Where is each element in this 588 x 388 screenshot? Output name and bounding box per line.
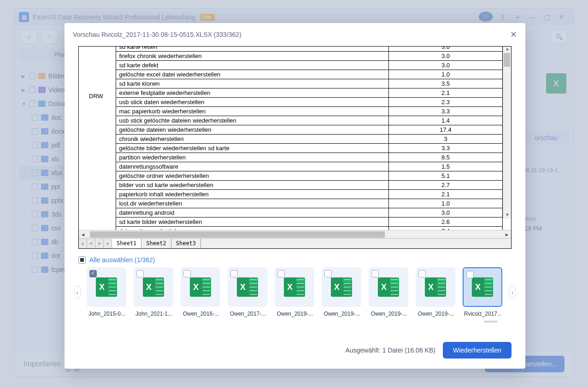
thumbnail-box[interactable]: X <box>416 267 455 307</box>
thumbnail-item[interactable]: X Owen_2019-... <box>416 267 456 317</box>
thumbnail-checkbox[interactable] <box>136 270 144 277</box>
excel-file-icon: X <box>378 277 399 297</box>
sheet-first-icon[interactable]: « <box>79 239 87 248</box>
vertical-scrollbar[interactable]: ▲ ▼ <box>503 47 511 219</box>
thumbnail-item[interactable]: X Owen_2019-... <box>275 267 315 317</box>
sheet-tabs: « < > » Sheet1 Sheet2 Sheet3 <box>79 238 511 248</box>
horizontal-scrollbar[interactable]: ◄ ► <box>79 230 511 238</box>
thumbnail-item[interactable]: X John_2015-0... <box>87 267 127 317</box>
thumbnail-label: Owen_2019-... <box>416 311 456 317</box>
excel-file-icon: X <box>331 277 352 297</box>
sheet-tab-2[interactable]: Sheet2 <box>141 239 171 248</box>
modal-footer: Ausgewählt: 1 Datei (16.06 KB) Wiederher… <box>65 334 525 369</box>
thumbnail-checkbox[interactable] <box>418 270 426 277</box>
select-all-row: Alle auswählen (1/362) <box>78 256 512 264</box>
thumbnail-label: Owen_2017-... <box>228 311 268 317</box>
preview-modal: Vorschau Rvicolz_2017-11-30 08-15-0515.X… <box>65 23 525 369</box>
hscroll-thumb[interactable] <box>90 231 385 238</box>
select-all-checkbox[interactable] <box>78 256 86 264</box>
select-all-label[interactable]: Alle auswählen (1/362) <box>89 256 155 264</box>
scroll-down-icon[interactable]: ▼ <box>503 212 511 219</box>
thumbnail-label: John_2015-0... <box>87 311 127 317</box>
modal-title: Vorschau Rvicolz_2017-11-30 08-15-0515.X… <box>73 31 241 38</box>
sheet-tab-1[interactable]: Sheet1 <box>112 239 141 248</box>
thumbnail-checkbox[interactable] <box>277 270 285 277</box>
thumbnail-box[interactable]: X <box>181 267 220 307</box>
thumbnail-checkbox[interactable] <box>371 270 379 277</box>
excel-file-icon: X <box>96 277 117 297</box>
scroll-left-icon[interactable]: ◄ <box>79 230 87 239</box>
excel-file-icon: X <box>190 277 211 297</box>
thumbnail-box[interactable]: X <box>87 267 126 307</box>
thumbnail-item[interactable]: X Owen_2017-... <box>228 267 268 317</box>
sheet-table: sd karte retten3.0firefox chronik wieder… <box>79 47 503 230</box>
thumbnail-box[interactable]: X <box>275 267 314 307</box>
thumbnail-checkbox[interactable] <box>466 271 474 278</box>
thumbnail-item[interactable]: X Owen_2019-... <box>322 267 362 317</box>
thumbnail-label: Owen_2016-... <box>181 311 221 317</box>
thumbnail-item[interactable]: X John_2021-1... <box>134 267 174 317</box>
excel-file-icon: X <box>472 277 493 297</box>
thumbnail-label: Owen_2019-... <box>275 311 315 317</box>
thumbnail-box[interactable]: X <box>228 267 267 307</box>
spreadsheet-preview: sd karte retten3.0firefox chronik wieder… <box>78 46 512 249</box>
thumbnail-label: John_2021-1... <box>134 311 174 317</box>
thumbnail-item[interactable]: X Rvicolz_2017... <box>463 267 503 317</box>
excel-file-icon: X <box>143 277 164 297</box>
grab-handle[interactable] <box>484 321 498 323</box>
thumbnail-label: Owen_2019-... <box>322 311 362 317</box>
recover-button[interactable]: Wiederherstellen <box>443 342 512 359</box>
thumb-next-button[interactable]: › <box>509 285 516 299</box>
thumbnail-checkbox[interactable] <box>89 270 97 277</box>
thumbnail-item[interactable]: X Owen_2016-... <box>181 267 221 317</box>
modal-header: Vorschau Rvicolz_2017-11-30 08-15-0515.X… <box>65 23 525 46</box>
thumbnail-checkbox[interactable] <box>183 270 191 277</box>
excel-file-icon: X <box>237 277 258 297</box>
thumbnail-box[interactable]: X <box>369 267 408 307</box>
excel-file-icon: X <box>284 277 305 297</box>
scroll-up-icon[interactable]: ▲ <box>503 47 511 53</box>
thumbnail-checkbox[interactable] <box>324 270 332 277</box>
scroll-thumb[interactable] <box>504 53 510 67</box>
thumbnail-box[interactable]: X <box>322 267 361 307</box>
thumbnail-item[interactable]: X Owen_2019-... <box>369 267 409 317</box>
sheet-last-icon[interactable]: » <box>104 239 112 248</box>
sheet-prev-icon[interactable]: < <box>87 239 95 248</box>
thumbnail-label: Rvicolz_2017... <box>463 311 503 317</box>
sheet-next-icon[interactable]: > <box>95 239 104 248</box>
thumb-prev-button[interactable]: ‹ <box>74 285 81 299</box>
excel-file-icon: X <box>425 277 446 297</box>
thumbnail-label: Owen_2019-... <box>369 311 409 317</box>
thumbnail-strip: ‹ X John_2015-0... X John_2021-1... <box>74 267 516 317</box>
modal-overlay: Vorschau Rvicolz_2017-11-30 08-15-0515.X… <box>0 0 588 388</box>
thumbnail-checkbox[interactable] <box>230 270 238 277</box>
thumbnail-box[interactable]: X <box>463 267 502 307</box>
selection-summary: Ausgewählt: 1 Datei (16.06 KB) <box>346 347 435 354</box>
scroll-right-icon[interactable]: ► <box>503 230 511 239</box>
close-modal-icon[interactable]: ✕ <box>510 29 517 40</box>
category-label: DRW <box>89 93 103 100</box>
thumbnail-box[interactable]: X <box>134 267 173 307</box>
sheet-tab-3[interactable]: Sheet3 <box>171 239 201 248</box>
